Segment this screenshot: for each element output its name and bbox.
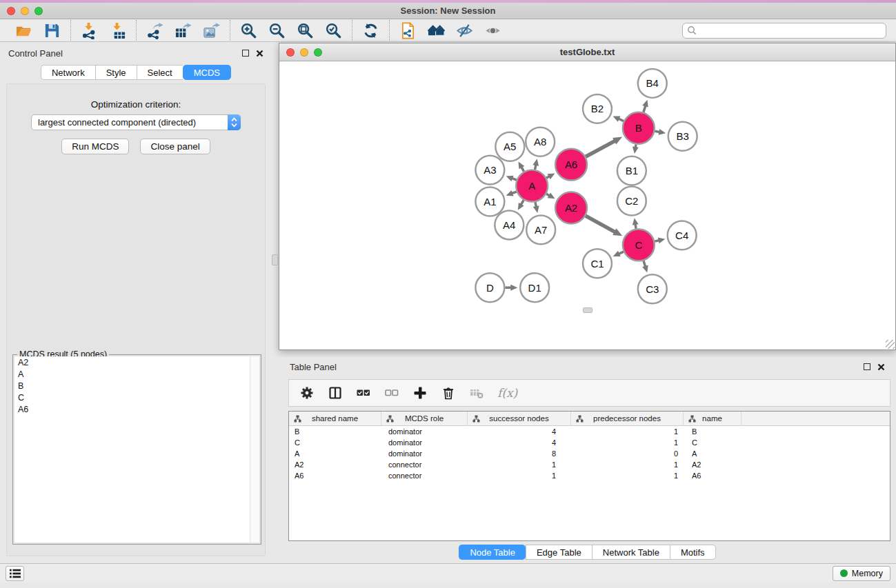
table-cell[interactable]: A6 (684, 472, 741, 480)
column-header-successor-nodes[interactable]: successor nodes (468, 412, 571, 425)
table-row[interactable]: Adominator80A (289, 448, 890, 459)
table-cell[interactable]: 1 (468, 460, 571, 469)
table-cell[interactable]: A2 (684, 460, 741, 469)
column-visibility-button[interactable] (328, 385, 343, 401)
tab-mcds[interactable]: MCDS (183, 65, 231, 80)
table-row[interactable]: A2connector11A2 (289, 459, 890, 470)
criterion-select[interactable]: largest connected component (directed) (31, 114, 241, 130)
table-row[interactable]: A6connector11A6 (289, 470, 890, 481)
node-table[interactable]: shared nameMCDS rolesuccessor nodesprede… (288, 411, 890, 541)
zoom-in-button[interactable] (239, 21, 258, 40)
tab-network[interactable]: Network (41, 65, 95, 80)
table-close-panel-icon[interactable] (877, 363, 885, 371)
window-resize-grip[interactable] (886, 340, 895, 349)
column-tree-icon (294, 415, 301, 423)
mcds-result-item[interactable]: C (14, 392, 259, 403)
table-cell[interactable]: dominator (381, 427, 468, 436)
mcds-result-item[interactable]: A (14, 368, 259, 380)
show-all-button[interactable] (484, 21, 502, 40)
table-cell[interactable]: dominator (381, 449, 468, 458)
select-all-button[interactable] (356, 385, 371, 401)
table-tab-node-table[interactable]: Node Table (459, 545, 526, 560)
mcds-result-item[interactable]: B (14, 380, 259, 392)
table-cell[interactable]: A2 (289, 460, 381, 469)
table-cell[interactable]: 1 (571, 460, 684, 469)
zoom-selected-button[interactable] (324, 21, 343, 40)
export-image-button[interactable] (202, 21, 221, 40)
table-cell[interactable]: A (289, 449, 381, 458)
refresh-view-button[interactable] (361, 21, 380, 40)
table-cell[interactable]: 4 (468, 427, 571, 436)
column-header-predecessor-nodes[interactable]: predecessor nodes (571, 412, 684, 425)
mcds-result-item[interactable]: A6 (14, 403, 259, 415)
tab-style[interactable]: Style (95, 65, 137, 80)
edge-A6-B[interactable] (586, 141, 615, 156)
table-tab-motifs[interactable]: Motifs (670, 545, 716, 560)
table-cell[interactable]: 1 (571, 438, 684, 447)
table-cell[interactable]: 1 (468, 472, 571, 480)
import-network-button[interactable] (80, 21, 99, 40)
zoom-fit-button[interactable] (296, 21, 315, 40)
table-cell[interactable]: 4 (468, 438, 571, 447)
close-panel-button[interactable]: Close panel (140, 139, 210, 154)
table-row[interactable]: Cdominator41C (289, 437, 890, 448)
table-cell[interactable]: 1 (571, 472, 684, 480)
column-header-shared-name[interactable]: shared name (289, 412, 381, 425)
table-cell[interactable]: B (684, 427, 741, 436)
run-mcds-button[interactable]: Run MCDS (61, 139, 129, 154)
close-panel-icon[interactable] (256, 50, 263, 57)
export-table-button[interactable] (174, 21, 192, 40)
table-cell[interactable]: connector (381, 472, 468, 480)
home-button[interactable] (427, 21, 446, 40)
search-input[interactable] (682, 23, 886, 39)
mcds-result-list[interactable]: A2ABCA6 (14, 356, 259, 543)
table-cell[interactable]: A6 (289, 472, 381, 480)
delete-row-button[interactable] (441, 385, 456, 401)
network-hscroll-thumb[interactable] (583, 307, 593, 313)
network-vscroll-thumb[interactable] (272, 254, 278, 265)
memory-button[interactable]: Memory (833, 566, 890, 581)
float-panel-icon[interactable] (242, 50, 249, 57)
node-label-A: A (528, 180, 535, 192)
export-network-button[interactable] (146, 21, 164, 40)
zoom-out-button[interactable] (268, 21, 286, 40)
network-canvas[interactable]: AA5A8A3A1A4A7A6A2BB2B4B3B1C2CC4C1C3DD1 (280, 61, 895, 349)
refresh-icon (362, 22, 379, 39)
network-window-titlebar[interactable]: testGlobe.txt (279, 43, 895, 61)
mcds-result-item[interactable]: A2 (14, 356, 259, 368)
save-session-button[interactable] (43, 21, 61, 40)
column-header-name[interactable]: name (684, 412, 741, 425)
import-table-button[interactable] (108, 21, 127, 40)
table-cell[interactable]: dominator (381, 438, 468, 447)
function-builder-button[interactable]: f(x) (497, 385, 517, 401)
import-table-icon (109, 22, 126, 39)
table-cell[interactable]: 8 (468, 449, 571, 458)
open-file-button[interactable] (14, 21, 33, 40)
search-icon (687, 26, 697, 35)
table-cell[interactable]: C (684, 438, 741, 447)
result-list-scrollbar[interactable] (250, 356, 259, 543)
deselect-all-button[interactable] (384, 385, 399, 401)
tab-select[interactable]: Select (137, 65, 183, 80)
table-float-panel-icon[interactable] (864, 363, 870, 370)
table-tab-edge-table[interactable]: Edge Table (526, 545, 592, 560)
table-cell[interactable]: 1 (571, 427, 684, 436)
zoom-selected-icon (325, 22, 342, 39)
network-file-button[interactable] (399, 21, 417, 40)
table-tab-network-table[interactable]: Network Table (592, 545, 670, 560)
node-label-B2: B2 (591, 103, 604, 114)
table-cell[interactable]: C (289, 438, 381, 447)
task-history-button[interactable] (6, 566, 24, 581)
table-cell[interactable]: A (684, 449, 741, 458)
table-cell[interactable]: B (289, 427, 381, 436)
add-row-button[interactable] (412, 385, 428, 401)
settings-gear-icon (300, 386, 314, 400)
table-row[interactable]: Bdominator41B (289, 426, 890, 437)
table-settings-button[interactable] (299, 385, 315, 401)
delete-table-button[interactable] (469, 385, 484, 401)
edge-A2-C[interactable] (586, 216, 616, 232)
column-header-MCDS-role[interactable]: MCDS role (381, 412, 468, 425)
hide-selected-button[interactable] (455, 21, 474, 40)
table-cell[interactable]: 0 (571, 449, 684, 458)
table-cell[interactable]: connector (381, 460, 468, 469)
